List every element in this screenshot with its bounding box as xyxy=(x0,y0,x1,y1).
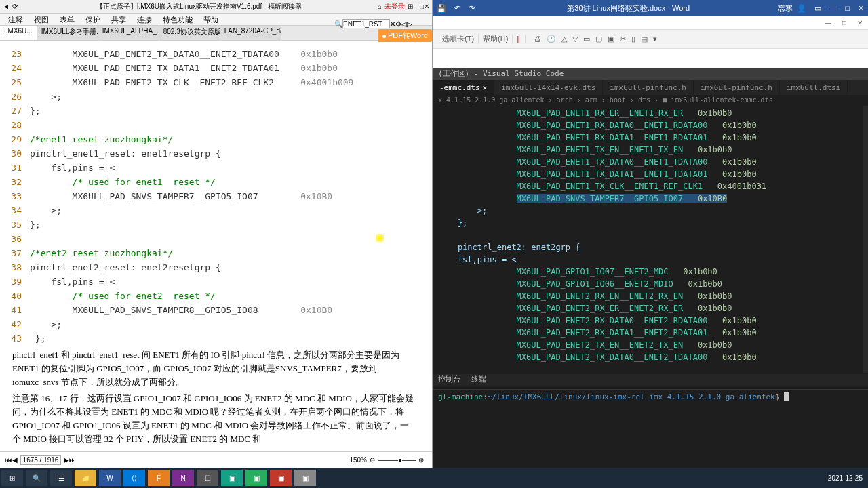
dropdown-icon[interactable]: ▾ xyxy=(650,35,660,43)
code-line: 41 MX6ULL_PAD_SNVS_TAMPER8__GPIO5_IO08 0… xyxy=(5,303,420,317)
box5-icon[interactable]: ▤ xyxy=(638,35,650,43)
scissors-icon[interactable]: ✂ xyxy=(617,35,629,43)
tri2-icon[interactable]: ▽ xyxy=(570,35,580,43)
menu-comment[interactable]: 注释 xyxy=(3,14,28,25)
zoom-in-icon[interactable]: ⊕ xyxy=(418,456,424,464)
system-tray[interactable]: 2021-12-25 xyxy=(823,474,868,482)
menu-protect[interactable]: 保护 xyxy=(80,14,106,25)
login-label[interactable]: 未登录 xyxy=(384,2,405,12)
code-line: 32 /* used for enet1 reset */ xyxy=(5,175,420,189)
code-line: 25 MX6UL_PAD_ENET2_TX_CLK__ENET2_REF_CLK… xyxy=(5,75,420,89)
redo-icon[interactable]: ↷ xyxy=(465,4,479,13)
refresh-icon[interactable]: ⟳ xyxy=(12,3,18,10)
pause-icon[interactable]: ‖ xyxy=(513,35,526,43)
code-line: 35}; xyxy=(5,218,420,232)
word-sub-min[interactable]: — xyxy=(819,19,837,26)
word-sub-max[interactable]: □ xyxy=(837,19,852,26)
vscode-breadcrumb[interactable]: x_4.1.15_2.1.0_ga_alientek › arch › arm … xyxy=(433,95,868,106)
search-close-icon[interactable]: ✕ xyxy=(390,20,395,28)
zoom-label: 150% xyxy=(349,456,367,464)
close-icon[interactable]: ✕ xyxy=(424,3,429,10)
app5-icon[interactable]: ▣ xyxy=(270,470,292,486)
search-row: 🔍 ✕ ⚙ ◁ ▷ xyxy=(334,18,429,29)
app6-icon[interactable]: ▣ xyxy=(294,470,316,486)
word-toolbar: 选项卡(T) 帮助(H) ‖ 🖨 🕐 △ ▽ ▭ ▢ ▣ ✂ ▯ ▤ ▾ xyxy=(433,30,868,49)
panel-terminal[interactable]: 终端 xyxy=(471,374,486,386)
vsc-tab-1[interactable]: imx6ull-14x14-evk.dts xyxy=(494,80,603,95)
vscode-scrollbar[interactable] xyxy=(863,106,868,373)
menu-view[interactable]: 视图 xyxy=(28,14,54,25)
next-icon[interactable]: ▷ xyxy=(407,20,412,28)
back-icon[interactable]: ◄ xyxy=(3,3,9,10)
tri-icon[interactable]: △ xyxy=(559,35,570,43)
vsc-tab-0[interactable]: -emmc.dts✕ xyxy=(433,80,494,95)
undo-icon[interactable]: ↶ xyxy=(450,4,465,13)
minimize-icon[interactable]: — xyxy=(413,3,420,10)
save-icon[interactable]: 💾 xyxy=(433,4,450,13)
app1-icon[interactable]: F xyxy=(148,470,170,486)
start-button[interactable]: ⊞ xyxy=(1,470,23,486)
vsc-tab-4[interactable]: imx6ull.dtsi xyxy=(780,80,848,95)
vsc-code-line: MX6UL_PAD_ENET1_TX_EN__ENET1_TX_EN 0x1b0… xyxy=(438,144,863,156)
vsc-tab-3[interactable]: imx6ul-pinfunc.h xyxy=(694,80,780,95)
box1-icon[interactable]: ▭ xyxy=(580,35,593,43)
print-icon[interactable]: 🖨 xyxy=(531,35,544,43)
clock-icon[interactable]: 🕐 xyxy=(544,35,559,43)
vsc-code-line: MX6UL_PAD_ENET1_TX_CLK__ENET1_REF_CLK1 0… xyxy=(438,180,863,192)
tab-help[interactable]: 帮助(H) xyxy=(479,34,513,44)
word-sub-close[interactable]: ✕ xyxy=(852,19,868,26)
tab-close-icon[interactable]: ✕ xyxy=(483,83,488,92)
grid-icon[interactable]: ⊞ xyxy=(408,3,413,10)
pdf-content: 23 MX6UL_PAD_ENET2_TX_DATA0__ENET2_TDATA… xyxy=(0,44,425,447)
first-page-icon[interactable]: ⏮ xyxy=(5,456,12,464)
vscode-terminal[interactable]: gl-machine:~/linux/IMX6ULL/linux/linux-i… xyxy=(433,389,868,468)
page-input[interactable] xyxy=(20,455,61,465)
vscode-title: (工作区) - Visual Studio Code xyxy=(433,68,868,80)
pdf-tab-3[interactable]: 802.3协议英文原版... xyxy=(159,26,220,40)
zoom-out-icon[interactable]: ⊖ xyxy=(370,456,375,464)
menu-feature[interactable]: 特色功能 xyxy=(157,14,198,25)
panel-console[interactable]: 控制台 xyxy=(438,374,460,386)
app2-icon[interactable]: ☐ xyxy=(197,470,218,486)
next-page-icon[interactable]: ▶ xyxy=(64,456,69,464)
menu-connect[interactable]: 连接 xyxy=(132,14,157,25)
vscode-icon[interactable]: ⟨⟩ xyxy=(123,470,145,486)
vsc-tab-2[interactable]: imx6ull-pinfunc.h xyxy=(603,80,694,95)
box4-icon[interactable]: ▯ xyxy=(629,35,638,43)
word-title: 第30讲 Linux网络驱实验.docx - Word xyxy=(479,3,778,14)
word-maximize-icon[interactable]: □ xyxy=(841,4,854,13)
word-close-icon[interactable]: ✕ xyxy=(854,4,868,13)
taskview-icon[interactable]: ☰ xyxy=(50,470,72,486)
word-menu-icon[interactable]: ▭ xyxy=(810,4,825,13)
code-line: 37/*enet2 reset zuozhongkai*/ xyxy=(5,246,420,260)
onenote-icon[interactable]: N xyxy=(172,470,194,486)
menu-help[interactable]: 帮助 xyxy=(198,14,224,25)
word-minimize-icon[interactable]: — xyxy=(825,4,841,13)
zoom-slider[interactable]: ———●—— xyxy=(378,456,416,464)
box2-icon[interactable]: ▢ xyxy=(593,35,605,43)
pdf-statusbar: ⏮ ◀ ▶ ⏭ 150% ⊖ ———●—— ⊕ xyxy=(0,451,432,468)
app3-icon[interactable]: ▣ xyxy=(221,470,243,486)
home-icon[interactable]: ⌂ xyxy=(378,3,382,10)
gear-icon[interactable]: ⚙ xyxy=(395,20,401,28)
menu-form[interactable]: 表单 xyxy=(54,14,80,25)
word-icon[interactable]: W xyxy=(99,470,121,486)
avatar-icon[interactable]: 👤 xyxy=(793,4,810,13)
pdf-to-word-button[interactable]: PDF转Word xyxy=(378,29,432,42)
prev-icon[interactable]: ◁ xyxy=(401,20,407,28)
app4-icon[interactable]: ▣ xyxy=(245,470,267,486)
search-input[interactable] xyxy=(342,19,390,28)
menu-share[interactable]: 共享 xyxy=(106,14,132,25)
vscode-editor[interactable]: MX6UL_PAD_ENET1_RX_ER__ENET1_RX_ER 0x1b0… xyxy=(433,106,868,365)
box3-icon[interactable]: ▣ xyxy=(605,35,617,43)
tab-options[interactable]: 选项卡(T) xyxy=(438,34,479,44)
prev-page-icon[interactable]: ◀ xyxy=(12,456,18,464)
pdf-tab-1[interactable]: IMX6ULL参考手册.pdf xyxy=(37,26,98,40)
search-tb-icon[interactable]: 🔍 xyxy=(26,470,47,486)
explorer-icon[interactable]: 📁 xyxy=(75,470,96,486)
pdf-tab-0[interactable]: I.MX6U... xyxy=(0,26,37,40)
last-page-icon[interactable]: ⏭ xyxy=(69,456,76,464)
search-icon[interactable]: 🔍 xyxy=(334,20,342,28)
pdf-tab-2[interactable]: IMX6UL_ALPHA_... xyxy=(98,26,159,40)
pdf-tab-4[interactable]: LAN_8720A-CP_da... xyxy=(220,26,281,40)
